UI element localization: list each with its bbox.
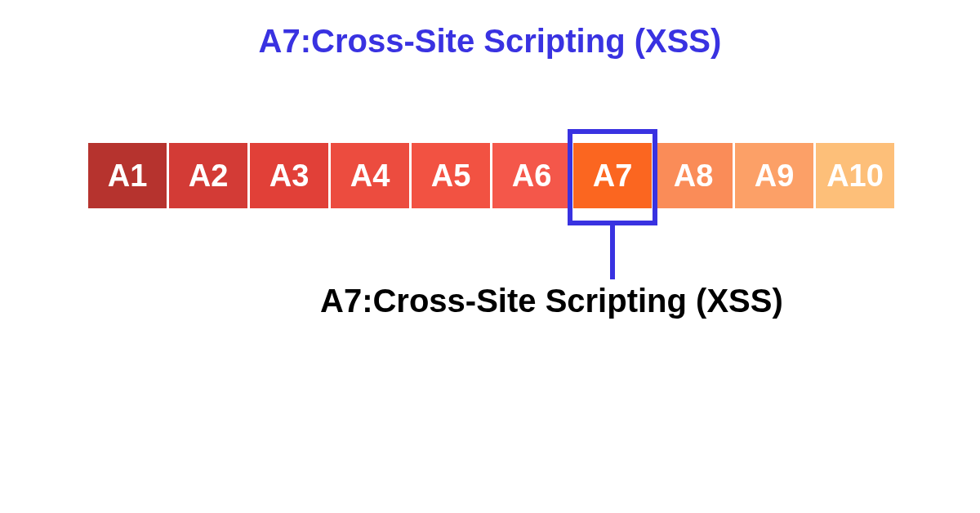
diagram-title: A7:Cross-Site Scripting (XSS) [0, 23, 980, 60]
scale-cell-a4: A4 [331, 143, 409, 208]
scale-cell-a8: A8 [654, 143, 733, 208]
scale-cell-a5: A5 [412, 143, 490, 208]
scale-cell-a6: A6 [492, 143, 571, 208]
scale-cell-a7: A7 [573, 143, 652, 208]
scale-cell-a2: A2 [169, 143, 247, 208]
scale-cell-a1: A1 [88, 143, 167, 208]
connector-line [610, 224, 615, 279]
scale-cell-a9: A9 [735, 143, 813, 208]
severity-scale: A1A2A3A4A5A6A7A8A9A10 [88, 143, 894, 208]
scale-cell-a10: A10 [816, 143, 894, 208]
scale-cell-a3: A3 [250, 143, 328, 208]
callout-label: A7:Cross-Site Scripting (XSS) [320, 283, 783, 319]
